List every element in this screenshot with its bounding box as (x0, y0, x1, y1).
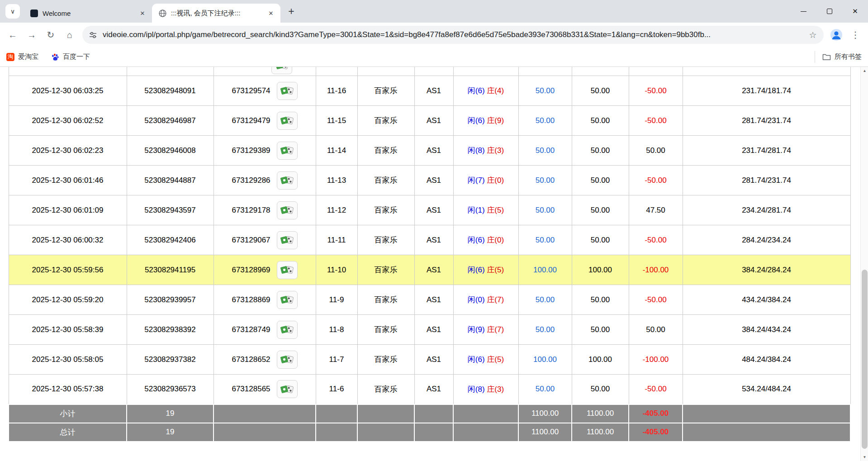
table-row[interactable]: 2025-12-30 05:59:20523082939957673128869… (9, 285, 850, 315)
bookmark-label: 百度一下 (63, 52, 90, 61)
cell-bet-amount[interactable]: 50.00 (518, 76, 572, 106)
cell-bet-amount[interactable]: 50.00 (518, 285, 572, 315)
cell-bet-amount[interactable]: 50.00 (518, 106, 572, 136)
cell-balance: 434.24/384.24 (683, 285, 850, 315)
profile-avatar-button[interactable] (827, 26, 845, 44)
dice-video-icon[interactable] (277, 142, 298, 160)
cell-result (453, 67, 518, 76)
tab-close-icon[interactable]: ✕ (266, 8, 276, 18)
close-button[interactable]: ✕ (842, 0, 868, 23)
footer-empty-cell (357, 404, 414, 423)
scroll-down-arrow[interactable]: ▼ (861, 453, 868, 461)
cell-game-id: 673128749 (213, 315, 316, 345)
tab-strip: ∨ Welcome ✕ :::视讯, 会员下注纪录::: ✕ + ✕ (0, 0, 868, 23)
vertical-scrollbar[interactable]: ▲ ▼ (860, 67, 868, 461)
table-row[interactable]: 2025-12-30 06:00:32523082942406673129067… (9, 225, 850, 255)
cell-game: 百家乐 (357, 255, 414, 285)
dice-video-icon[interactable] (271, 67, 292, 74)
cell-game: 百家乐 (357, 285, 414, 315)
table-row[interactable]: 2025-12-30 06:01:09523082943597673129178… (9, 195, 850, 225)
cell-table: AS1 (414, 375, 453, 404)
footer-empty-cell (357, 423, 414, 442)
table-row[interactable]: 2025-12-30 06:02:23523082946008673129389… (9, 136, 850, 166)
cell-bet-id: 523082941195 (127, 255, 213, 285)
cell-game (357, 67, 414, 76)
minimize-button[interactable] (791, 0, 816, 23)
dice-video-icon[interactable] (277, 261, 298, 279)
tab-close-icon[interactable]: ✕ (138, 8, 147, 18)
total-valid: 1100.00 (572, 423, 629, 442)
table-row[interactable]: 2025-12-30 06:01:46523082944887673129286… (9, 166, 850, 195)
dice-video-icon[interactable] (277, 380, 298, 398)
maximize-button[interactable] (816, 0, 842, 23)
table-row[interactable]: 2025-12-30 06:02:52523082946987673129479… (9, 106, 850, 136)
cell-winloss: 47.50 (629, 195, 683, 225)
url-bar[interactable]: videoie.com/ipl/portal.php/game/betrecor… (82, 26, 824, 44)
cell-bet-amount[interactable]: 100.00 (518, 345, 572, 375)
reload-button[interactable]: ↻ (42, 26, 60, 44)
table-row-partial (9, 67, 850, 76)
cell-game: 百家乐 (357, 166, 414, 195)
url-text[interactable]: videoie.com/ipl/portal.php/game/betrecor… (103, 30, 800, 39)
cell-game: 百家乐 (357, 375, 414, 404)
footer-empty-cell (453, 404, 518, 423)
dice-video-icon[interactable] (277, 171, 298, 190)
tab-search-button[interactable]: ∨ (5, 4, 20, 19)
bookmark-baidu[interactable]: 百度一下 (51, 52, 90, 61)
cell-bet-id: 523082939957 (127, 285, 213, 315)
back-button[interactable]: ← (4, 26, 22, 44)
cell-game-id: 673128565 (213, 375, 316, 404)
cell-table: AS1 (414, 106, 453, 136)
bookmark-star-button[interactable]: ☆ (806, 28, 820, 42)
cell-bet-amount[interactable]: 50.00 (518, 136, 572, 166)
dice-video-icon[interactable] (277, 231, 298, 249)
cell-bet-amount[interactable]: 50.00 (518, 166, 572, 195)
all-bookmarks-button[interactable]: 所有书签 (815, 51, 862, 63)
table-row[interactable]: 2025-12-30 05:57:38523082936573673128565… (9, 375, 850, 404)
cell-game: 百家乐 (357, 345, 414, 375)
dice-video-icon[interactable] (277, 351, 298, 369)
bookmark-aitaobao[interactable]: 淘 爱淘宝 (6, 52, 38, 61)
site-info-icon[interactable] (89, 31, 97, 39)
cell-winloss: -50.00 (629, 375, 683, 404)
table-row[interactable]: 2025-12-30 05:59:56523082941195673128969… (9, 255, 850, 285)
dice-video-icon[interactable] (277, 201, 298, 219)
tab-welcome[interactable]: Welcome ✕ (24, 4, 152, 23)
cell-result: 闲(6) 庄(5) (453, 255, 518, 285)
bet-table-body: 2025-12-30 06:03:25523082948091673129574… (9, 67, 850, 404)
browser-menu-button[interactable]: ⋮ (846, 26, 864, 44)
scroll-up-arrow[interactable]: ▲ (861, 67, 868, 75)
cell-game-id: 673129286 (213, 166, 316, 195)
cell-balance: 384.24/434.24 (683, 315, 850, 345)
minimize-icon (801, 11, 806, 12)
tab-betrecord[interactable]: :::视讯, 会员下注纪录::: ✕ (152, 4, 280, 23)
cell-balance: 534.24/484.24 (683, 375, 850, 404)
dice-video-icon[interactable] (277, 291, 298, 309)
cell-game-id: 673129574 (213, 76, 316, 106)
cell-bet-id: 523082944887 (127, 166, 213, 195)
cell-valid-amount: 50.00 (572, 166, 629, 195)
scrollbar-thumb[interactable] (862, 270, 868, 449)
cell-bet-amount (518, 67, 572, 76)
cell-bet-amount[interactable]: 50.00 (518, 315, 572, 345)
cell-winloss (629, 67, 683, 76)
table-row[interactable]: 2025-12-30 05:58:05523082937382673128652… (9, 345, 850, 375)
table-row[interactable]: 2025-12-30 05:58:39523082938392673128749… (9, 315, 850, 345)
cell-bet-amount[interactable]: 50.00 (518, 195, 572, 225)
globe-icon (158, 9, 166, 17)
forward-button[interactable]: → (23, 26, 41, 44)
new-tab-button[interactable]: + (283, 3, 299, 19)
bet-table-footer: 小计 19 1100.00 1100.00 -405.00 总计 19 (9, 404, 850, 442)
cell-game-id (213, 67, 316, 76)
dice-video-icon[interactable] (277, 82, 298, 100)
dice-video-icon[interactable] (277, 112, 298, 130)
home-button[interactable]: ⌂ (61, 26, 79, 44)
dice-video-icon[interactable] (277, 321, 298, 339)
table-row[interactable]: 2025-12-30 06:03:25523082948091673129574… (9, 76, 850, 106)
cell-valid-amount: 50.00 (572, 285, 629, 315)
total-count: 19 (127, 423, 213, 442)
cell-time: 2025-12-30 06:03:25 (9, 76, 127, 106)
cell-bet-amount[interactable]: 50.00 (518, 225, 572, 255)
cell-bet-amount[interactable]: 100.00 (518, 255, 572, 285)
cell-bet-amount[interactable]: 50.00 (518, 375, 572, 404)
